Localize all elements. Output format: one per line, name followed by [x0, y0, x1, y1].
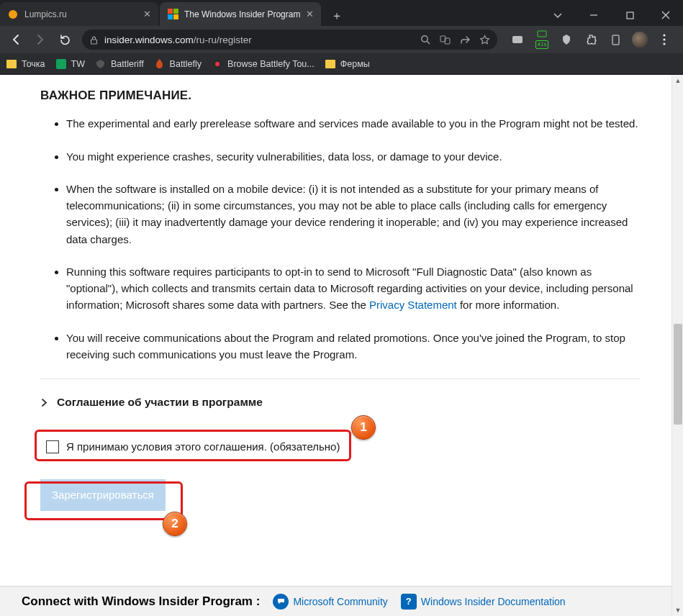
url-text: insider.windows.com/ru-ru/register: [104, 35, 415, 45]
back-button[interactable]: [4, 29, 27, 50]
expander-label: Соглашение об участии в программе: [57, 394, 263, 411]
bookmark-favicon: [212, 58, 223, 70]
forward-button[interactable]: [29, 29, 52, 50]
svg-point-17: [215, 62, 220, 66]
list-item: You will receive communications about th…: [66, 330, 640, 363]
bookmark-item[interactable]: Точка: [6, 58, 45, 70]
register-button[interactable]: Зарегистрироваться: [40, 479, 166, 510]
close-icon[interactable]: ✕: [143, 9, 151, 19]
footer-docs-link[interactable]: ? Windows Insider Documentation: [401, 594, 566, 610]
chevron-down-icon[interactable]: [542, 4, 574, 26]
list-item: When the software is installed on a mobi…: [66, 181, 640, 248]
footer-link-label: Windows Insider Documentation: [421, 596, 566, 607]
folder-icon: [6, 58, 17, 70]
svg-rect-2: [627, 12, 633, 19]
svg-rect-9: [538, 31, 546, 37]
list-item-tail: for more information.: [457, 299, 560, 311]
bookmark-item[interactable]: TW: [55, 58, 85, 70]
scroll-thumb[interactable]: [674, 324, 682, 425]
divider: [40, 379, 640, 379]
bookmark-label: Battlefly: [170, 59, 202, 69]
bookmark-favicon: [55, 58, 67, 70]
extension-icon[interactable]: [556, 30, 576, 50]
tab-title: Lumpics.ru: [24, 9, 137, 19]
list-item: The experimental and early prerelease so…: [66, 115, 640, 132]
bookmark-favicon: [154, 58, 166, 70]
bookmark-item[interactable]: Browse Battlefy Tou...: [212, 58, 315, 70]
accept-checkbox[interactable]: [46, 440, 59, 453]
svg-line-5: [427, 41, 430, 44]
svg-rect-18: [325, 60, 335, 68]
page-footer: Connect with Windows Insider Program : M…: [0, 586, 671, 616]
window-minimize-button[interactable]: [578, 4, 610, 26]
notice-list: The experimental and early prerelease so…: [40, 115, 640, 363]
extensions-button[interactable]: [581, 30, 601, 50]
browser-toolbar: insider.windows.com/ru-ru/register 41s: [0, 26, 683, 53]
svg-rect-14: [6, 60, 17, 68]
share-icon[interactable]: [460, 35, 471, 45]
svg-point-11: [663, 34, 665, 36]
bookmark-favicon: [95, 58, 107, 70]
footer-lead: Connect with Windows Insider Program :: [22, 594, 260, 609]
profile-avatar[interactable]: [630, 30, 650, 50]
extensions-area: 41s: [503, 30, 679, 50]
lock-icon: [89, 35, 99, 45]
window-close-button[interactable]: [650, 4, 682, 26]
notice-heading: ВАЖНОЕ ПРИМЕЧАНИЕ.: [40, 86, 640, 105]
new-tab-button[interactable]: ＋: [327, 6, 347, 26]
accept-label: Я принимаю условия этого соглашения. (об…: [66, 438, 340, 455]
privacy-link[interactable]: Privacy Statement: [369, 299, 457, 311]
bookmark-item[interactable]: Battlefly: [154, 58, 202, 70]
address-bar[interactable]: insider.windows.com/ru-ru/register: [82, 30, 497, 50]
tab-insider[interactable]: The Windows Insider Program ✕: [160, 2, 321, 26]
accept-terms-row[interactable]: Я принимаю условия этого соглашения. (об…: [40, 434, 640, 459]
tab-title: The Windows Insider Program: [184, 9, 300, 19]
svg-point-12: [663, 38, 665, 40]
vertical-scrollbar[interactable]: ▲ ▼: [671, 75, 683, 616]
bookmark-label: TW: [71, 59, 85, 69]
list-item: Running this software requires participa…: [66, 263, 640, 314]
annotation-marker: 2: [163, 512, 187, 536]
favicon-microsoft: [167, 9, 178, 20]
extension-badge[interactable]: 41s: [532, 30, 552, 50]
svg-point-4: [422, 35, 428, 41]
scroll-up-icon[interactable]: ▲: [672, 75, 683, 86]
footer-link-label: Microsoft Community: [293, 596, 387, 607]
svg-point-0: [9, 10, 17, 19]
bookmarks-bar: Точка TW Battleriff Battlefly Browse Bat…: [0, 53, 683, 75]
footer-community-link[interactable]: Microsoft Community: [273, 594, 387, 610]
bookmark-label: Точка: [22, 59, 45, 69]
reload-button[interactable]: [53, 29, 76, 50]
search-icon[interactable]: [420, 35, 431, 45]
chevron-right-icon: [40, 398, 48, 407]
chat-icon: [273, 594, 289, 610]
agreement-expander[interactable]: Соглашение об участии в программе: [40, 394, 640, 411]
bookmark-item[interactable]: Battleriff: [95, 58, 144, 70]
bookmark-label: Фермы: [340, 59, 370, 69]
window-maximize-button[interactable]: [614, 4, 646, 26]
folder-icon: [325, 58, 336, 70]
bookmark-label: Battleriff: [111, 59, 144, 69]
tab-lumpics[interactable]: Lumpics.ru ✕: [0, 2, 158, 26]
extension-icon[interactable]: [605, 30, 625, 50]
bookmark-item[interactable]: Фермы: [325, 58, 370, 70]
browser-titlebar: Lumpics.ru ✕ The Windows Insider Program…: [0, 0, 683, 26]
close-icon[interactable]: ✕: [306, 9, 314, 19]
question-icon: ?: [401, 594, 417, 610]
favicon-lumpics: [7, 9, 19, 20]
svg-rect-15: [56, 59, 66, 69]
svg-point-13: [663, 42, 665, 45]
page-content: ВАЖНОЕ ПРИМЕЧАНИЕ. The experimental and …: [0, 75, 671, 616]
kebab-menu-icon[interactable]: [654, 30, 674, 50]
translate-icon[interactable]: [440, 35, 451, 45]
svg-rect-8: [512, 36, 523, 43]
list-item: You might experience crashes, security v…: [66, 148, 640, 165]
star-icon[interactable]: [479, 35, 490, 45]
extension-icon[interactable]: [507, 30, 528, 50]
scroll-down-icon[interactable]: ▼: [672, 604, 683, 616]
annotation-marker: 1: [351, 415, 376, 440]
svg-rect-10: [612, 35, 619, 45]
bookmark-label: Browse Battlefy Tou...: [227, 59, 315, 69]
svg-rect-3: [91, 40, 97, 44]
